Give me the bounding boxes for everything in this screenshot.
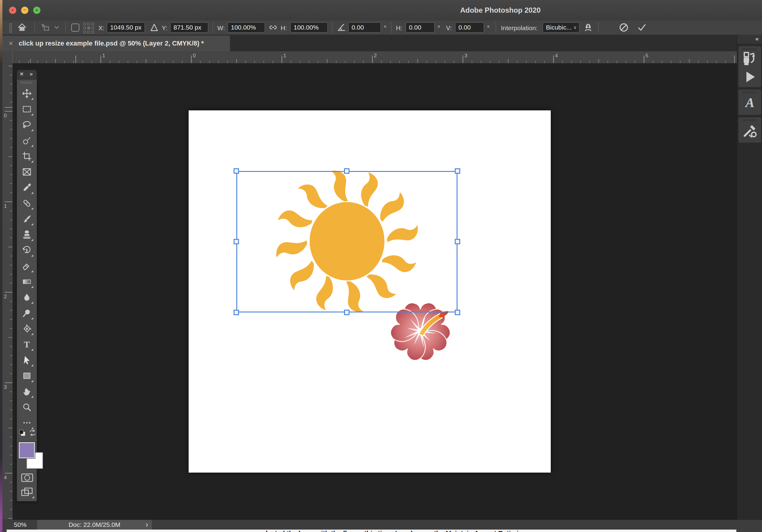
expand-dock-icon[interactable]: «	[755, 35, 759, 42]
expand-panel-icon[interactable]: »	[30, 71, 33, 77]
ruler-label: 0	[193, 53, 195, 59]
ruler-label: 5	[646, 53, 648, 59]
rectangular-marquee-tool[interactable]	[20, 102, 34, 116]
pen-tool[interactable]	[20, 322, 34, 335]
rotate-angle-icon	[336, 22, 346, 33]
foreground-color-swatch[interactable]	[19, 442, 35, 458]
path-selection-tool[interactable]	[20, 354, 34, 367]
x-position-field[interactable]: 1049.50 px	[107, 22, 145, 33]
reference-point-locator-icon[interactable]	[83, 23, 94, 33]
minimize-window-button[interactable]: −	[21, 7, 28, 14]
v-skew-field[interactable]: 0.00	[455, 22, 484, 33]
crop-tool[interactable]	[20, 150, 34, 163]
document-tab[interactable]: × click up resize example file.psd @ 50%…	[2, 35, 230, 51]
dock-header: «	[737, 35, 762, 44]
quick-selection-tool[interactable]	[20, 134, 34, 147]
spot-healing-brush-tool[interactable]	[20, 197, 34, 210]
document-tab-title: click up resize example file.psd @ 50% (…	[19, 35, 204, 51]
transform-handle-middle-right[interactable]	[455, 239, 460, 244]
divider	[332, 22, 333, 33]
ruler-label: 2	[374, 53, 377, 59]
ruler-label: 4	[4, 475, 7, 481]
clone-stamp-tool[interactable]	[20, 228, 34, 241]
height-label: H:	[281, 23, 287, 33]
screen-mode-icon[interactable]	[21, 487, 34, 498]
document-canvas[interactable]	[189, 110, 551, 473]
y-position-field[interactable]: 871.50 px	[170, 22, 208, 33]
eraser-tool[interactable]	[20, 259, 34, 273]
frame-tool[interactable]	[20, 165, 34, 178]
tool-preset-icon[interactable]	[40, 22, 50, 33]
x-label: X:	[98, 23, 105, 33]
transform-options-bar: X: 1049.50 px Y: 871.50 px W: 100.00% H:…	[2, 21, 762, 35]
ruler-label: 1	[4, 203, 7, 209]
ruler-label: 0	[4, 113, 7, 119]
relative-position-icon[interactable]	[149, 22, 159, 33]
transform-handle-top-right[interactable]	[455, 168, 460, 174]
warp-mode-icon[interactable]	[583, 22, 593, 33]
actions-panel-button[interactable]	[741, 68, 758, 85]
history-brush-tool[interactable]	[20, 244, 34, 257]
horizontal-ruler[interactable]: 1 0 1 2 3 4 5	[13, 51, 762, 63]
width-field[interactable]: 100.00%	[228, 22, 265, 33]
status-chevron-icon[interactable]: ›	[145, 520, 148, 530]
eyedropper-tool[interactable]	[20, 181, 34, 194]
commit-transform-icon[interactable]	[637, 22, 647, 33]
ruler-origin-corner[interactable]	[2, 51, 13, 63]
blur-tool[interactable]	[20, 291, 34, 304]
type-tool[interactable]: T	[20, 338, 34, 351]
maintain-aspect-ratio-icon[interactable]	[268, 22, 278, 33]
zoom-tool[interactable]	[20, 401, 34, 414]
transform-handle-bottom-left[interactable]	[234, 310, 239, 315]
options-grip[interactable]	[9, 23, 12, 33]
lasso-tool[interactable]	[20, 118, 34, 131]
ruler-label: 4	[555, 53, 558, 59]
default-colors-icon[interactable]	[19, 430, 26, 437]
dock-grip[interactable]	[743, 48, 757, 50]
transform-handle-top-left[interactable]	[234, 168, 239, 174]
history-panel-button[interactable]	[741, 50, 758, 67]
h-skew-field[interactable]: 0.00	[406, 22, 434, 33]
transform-handle-top-center[interactable]	[344, 168, 349, 174]
dock-grip[interactable]	[743, 92, 757, 94]
close-window-button[interactable]: •	[9, 7, 16, 14]
photoshop-window: • − + Adobe Photoshop 2020 X: 1049.50 px…	[0, 0, 762, 532]
edit-toolbar-ellipsis[interactable]	[20, 416, 34, 430]
zoom-level-field[interactable]: 50%	[14, 520, 27, 530]
edited-dot-icon: •	[12, 7, 14, 13]
interpolation-value: Bicubic...	[546, 23, 572, 32]
close-tab-icon[interactable]: ×	[7, 39, 15, 48]
quick-mask-mode-icon[interactable]	[21, 473, 34, 483]
pasteboard[interactable]	[13, 63, 737, 520]
transform-handle-bottom-right[interactable]	[455, 310, 460, 315]
dock-grip[interactable]	[743, 119, 757, 121]
zoom-window-button[interactable]: +	[33, 7, 40, 14]
move-tool[interactable]	[20, 87, 34, 100]
glyphs-panel-button[interactable]: A	[741, 95, 758, 111]
gradient-tool[interactable]	[20, 275, 34, 288]
divider	[598, 22, 599, 33]
home-icon[interactable]	[17, 22, 27, 33]
toggle-reference-point-checkbox[interactable]	[71, 24, 79, 32]
dodge-tool[interactable]	[20, 306, 34, 320]
transform-bounding-box[interactable]	[236, 171, 458, 312]
rectangle-tool[interactable]	[20, 369, 34, 382]
plus-icon: +	[35, 7, 38, 13]
close-panel-icon[interactable]: ×	[20, 71, 24, 78]
toolkit-panel-button[interactable]	[741, 122, 758, 139]
divider	[495, 22, 496, 33]
rotation-field[interactable]: 0.00	[348, 22, 381, 33]
brush-tool[interactable]	[20, 212, 34, 226]
hand-tool[interactable]	[20, 385, 34, 398]
document-size-info[interactable]: Doc: 22.0M/25.0M ›	[37, 520, 152, 530]
tools-panel-grip[interactable]	[21, 82, 33, 84]
transform-handle-middle-left[interactable]	[234, 239, 239, 244]
swap-colors-icon[interactable]	[28, 429, 37, 437]
chevron-down-icon[interactable]	[53, 22, 60, 33]
transform-handle-bottom-center[interactable]	[344, 310, 349, 315]
interpolation-dropdown[interactable]: Bicubic... ∨	[543, 22, 579, 33]
cancel-transform-icon[interactable]	[619, 22, 629, 33]
height-field[interactable]: 100.00%	[290, 22, 328, 33]
minimize-icon: −	[23, 7, 26, 13]
vertical-ruler[interactable]: 0 1 2 3 4	[2, 63, 13, 520]
